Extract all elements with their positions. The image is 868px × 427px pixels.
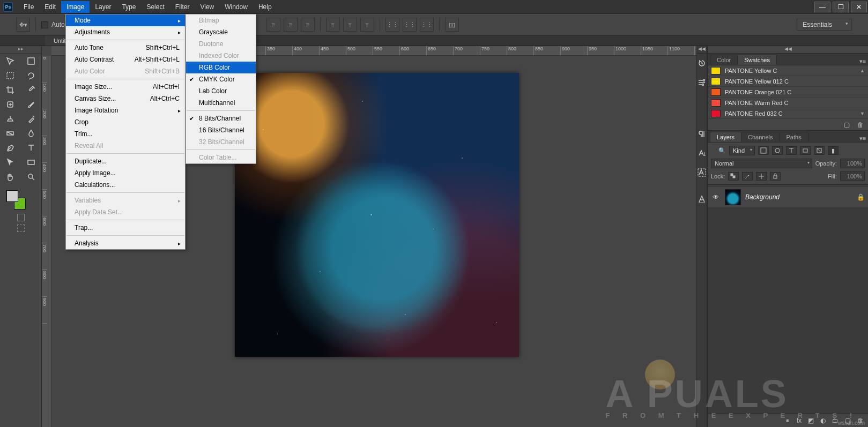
auto-select-checkbox[interactable] <box>41 21 48 28</box>
blend-mode-select[interactable]: Normal <box>711 159 812 168</box>
align-right-icon[interactable]: ≡ <box>301 18 315 32</box>
brush-tool-icon[interactable] <box>21 97 42 111</box>
filter-smart-icon[interactable] <box>814 146 825 155</box>
swatch-item[interactable]: PANTONE Yellow 012 C <box>708 76 868 87</box>
move-tool-icon[interactable] <box>0 54 21 68</box>
layer-name[interactable]: Background <box>745 193 852 201</box>
lock-image-icon[interactable] <box>742 172 753 181</box>
filter-pixel-icon[interactable] <box>758 146 769 155</box>
lasso-tool-icon[interactable] <box>21 68 42 83</box>
menu-type[interactable]: Type <box>116 1 141 13</box>
menu-item[interactable]: Trim... <box>66 128 185 140</box>
delete-swatch-icon[interactable]: 🗑 <box>857 121 864 129</box>
lock-all-icon[interactable] <box>770 172 781 181</box>
menu-file[interactable]: File <box>18 1 39 13</box>
menu-layer[interactable]: Layer <box>90 1 116 13</box>
lock-transparency-icon[interactable] <box>728 172 739 181</box>
canvas[interactable] <box>235 73 519 357</box>
rectangle-tool-icon[interactable] <box>21 155 42 169</box>
menu-item[interactable]: Duplicate... <box>66 155 185 167</box>
new-layer-icon[interactable]: ▢ <box>845 417 851 424</box>
panels-collapse-icon[interactable]: ◀◀ <box>708 46 868 54</box>
menu-window[interactable]: Window <box>219 1 253 13</box>
paragraph-styles-panel-icon[interactable] <box>697 163 707 182</box>
new-swatch-icon[interactable]: ▢ <box>844 121 850 129</box>
menu-help[interactable]: Help <box>253 1 277 13</box>
swatch-item[interactable]: PANTONE Orange 021 C <box>708 87 868 98</box>
layer-mask-icon[interactable]: ◩ <box>808 417 814 424</box>
type-tool-icon[interactable] <box>21 140 42 155</box>
swatch-item[interactable]: PANTONE Red 032 C▼ <box>708 108 868 119</box>
character-panel-icon[interactable] <box>697 190 707 209</box>
menu-item[interactable]: Calculations... <box>66 179 185 191</box>
marquee-tool-icon[interactable] <box>0 68 21 83</box>
history-panel-icon[interactable] <box>697 54 707 73</box>
tab-color[interactable]: Color <box>710 55 738 65</box>
distribute-v-icon[interactable]: ⋮⋮ <box>403 18 417 32</box>
adjustment-layer-icon[interactable]: ◐ <box>820 417 826 424</box>
menu-item[interactable]: Analysis▸ <box>66 237 185 249</box>
layer-style-icon[interactable]: fx <box>797 417 802 424</box>
path-selection-tool-icon[interactable] <box>0 155 21 169</box>
properties-panel-icon[interactable] <box>697 73 707 92</box>
paragraph-panel-icon[interactable] <box>697 124 707 144</box>
menu-item[interactable]: Auto ToneShift+Ctrl+L <box>66 42 185 54</box>
swatch-scroll-icon[interactable]: ▼ <box>860 111 865 116</box>
align-center-h-icon[interactable]: ≡ <box>284 18 298 32</box>
hand-tool-icon[interactable] <box>0 169 21 184</box>
crop-tool-icon[interactable] <box>0 83 21 97</box>
submenu-item[interactable]: ✔CMYK Color <box>186 73 256 85</box>
color-panel-menu-icon[interactable]: ▾≡ <box>859 58 866 65</box>
filter-toggle-icon[interactable]: ▮ <box>828 146 839 155</box>
menu-item[interactable]: Adjustments▸ <box>66 26 185 38</box>
opacity-field[interactable]: 100% <box>840 159 865 168</box>
artboard-tool-icon[interactable] <box>21 54 42 68</box>
menu-item[interactable]: Trap... <box>66 222 185 234</box>
zoom-tool-icon[interactable] <box>21 169 42 184</box>
menu-edit[interactable]: Edit <box>39 1 61 13</box>
align-bottom-icon[interactable]: ≡ <box>360 18 374 32</box>
menu-view[interactable]: View <box>195 1 219 13</box>
eyedropper-tool-icon[interactable] <box>21 83 42 97</box>
history-brush-tool-icon[interactable] <box>21 111 42 126</box>
delete-layer-icon[interactable]: 🗑 <box>857 417 864 424</box>
submenu-item[interactable]: Grayscale <box>186 26 256 38</box>
lock-position-icon[interactable] <box>756 172 767 181</box>
submenu-item[interactable]: Lab Color <box>186 85 256 97</box>
menu-filter[interactable]: Filter <box>170 1 195 13</box>
blur-tool-icon[interactable] <box>21 126 42 140</box>
menu-item[interactable]: Mode▸ <box>66 14 185 26</box>
swatch-item[interactable]: PANTONE Warm Red C <box>708 98 868 108</box>
menu-select[interactable]: Select <box>141 1 169 13</box>
menu-item[interactable]: Apply Image... <box>66 167 185 179</box>
tab-swatches[interactable]: Swatches <box>737 55 777 65</box>
right-strip-collapse-icon[interactable]: ◀◀ <box>697 46 707 54</box>
menu-item[interactable]: Crop <box>66 116 185 128</box>
filter-adjustment-icon[interactable] <box>772 146 783 155</box>
layers-panel-menu-icon[interactable]: ▾≡ <box>859 135 866 142</box>
fill-field[interactable]: 100% <box>840 171 865 181</box>
layer-group-icon[interactable]: 🗀 <box>832 417 839 424</box>
submenu-item[interactable]: ✔8 Bits/Channel <box>186 113 256 124</box>
link-layers-icon[interactable]: ⚭ <box>785 417 790 424</box>
submenu-item[interactable]: RGB Color <box>186 62 256 73</box>
quick-mask-icon[interactable] <box>17 214 25 221</box>
menu-item[interactable]: Canvas Size...Alt+Ctrl+C <box>66 93 185 104</box>
layer-visibility-icon[interactable]: 👁 <box>711 193 721 201</box>
layer-row[interactable]: 👁 Background 🔒 <box>708 187 868 207</box>
align-top-icon[interactable]: ≡ <box>326 18 340 32</box>
pen-tool-icon[interactable] <box>0 140 21 155</box>
maximize-button[interactable]: ❐ <box>833 2 849 12</box>
distribute-spacing-icon[interactable]: ⋮⋮ <box>420 18 434 32</box>
minimize-button[interactable]: — <box>814 2 830 12</box>
close-button[interactable]: ✕ <box>851 2 867 12</box>
healing-brush-tool-icon[interactable] <box>0 97 21 111</box>
screen-mode-icon[interactable] <box>17 224 25 232</box>
submenu-item[interactable]: Multichannel <box>186 97 256 109</box>
distribute-h-icon[interactable]: ⋮⋮ <box>385 18 399 32</box>
toolbox-collapse-icon[interactable]: ▸▸ <box>0 46 41 54</box>
workspace-switcher[interactable]: Essentials <box>797 19 852 31</box>
menu-item[interactable]: Image Size...Alt+Ctrl+I <box>66 81 185 93</box>
tab-paths[interactable]: Paths <box>780 132 808 142</box>
menu-item[interactable]: Auto ContrastAlt+Shift+Ctrl+L <box>66 54 185 65</box>
